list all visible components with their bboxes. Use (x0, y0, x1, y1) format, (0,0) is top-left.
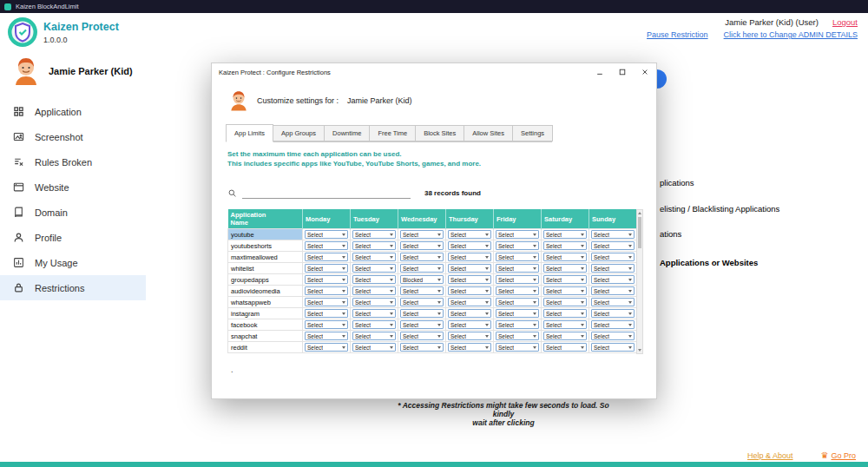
day-limit-select[interactable]: Select (352, 343, 396, 352)
day-limit-select[interactable]: Select (352, 275, 396, 284)
day-limit-select[interactable]: Select (400, 230, 444, 239)
day-limit-select[interactable]: Select (448, 286, 491, 295)
search-input[interactable] (242, 187, 411, 199)
day-limit-select[interactable]: Select (305, 275, 348, 284)
day-limit-select[interactable]: Select (496, 253, 539, 261)
day-limit-select[interactable]: Select (352, 309, 396, 318)
app-name-cell[interactable]: whitelist (228, 263, 303, 274)
day-limit-select[interactable]: Select (352, 264, 396, 273)
day-limit-select[interactable]: Select (400, 264, 444, 273)
tab-app-limits[interactable]: App Limits (226, 124, 273, 142)
day-limit-select[interactable]: Select (591, 275, 635, 284)
day-limit-select[interactable]: Select (400, 286, 444, 295)
pause-restriction-link[interactable]: Pause Restriction (647, 30, 708, 39)
day-limit-select[interactable]: Select (543, 264, 587, 273)
day-limit-select[interactable]: Select (400, 253, 444, 261)
day-limit-select[interactable]: Select (305, 332, 348, 340)
go-pro-link[interactable]: Go Pro (831, 451, 856, 460)
minimize-button[interactable] (589, 64, 611, 80)
day-limit-select[interactable]: Select (352, 286, 396, 295)
day-limit-select[interactable]: Select (496, 332, 539, 340)
day-limit-select[interactable]: Select (591, 320, 635, 329)
app-name-cell[interactable]: audiovideomedia (228, 286, 303, 297)
day-limit-select[interactable]: Select (496, 286, 539, 295)
day-limit-select[interactable]: Select (400, 320, 444, 329)
day-limit-select[interactable]: Select (448, 264, 491, 273)
day-limit-select[interactable]: Select (496, 309, 539, 318)
day-limit-select[interactable]: Select (400, 343, 444, 352)
day-limit-select[interactable]: Select (543, 309, 587, 318)
day-limit-select[interactable]: Select (591, 343, 635, 352)
maximize-button[interactable] (611, 64, 634, 80)
day-limit-select[interactable]: Select (400, 241, 444, 250)
app-name-cell[interactable]: snapchat (228, 331, 303, 342)
day-limit-select[interactable]: Select (305, 241, 348, 250)
day-limit-select[interactable]: Select (352, 320, 396, 329)
tab-app-groups[interactable]: App Groups (273, 125, 325, 141)
tab-settings[interactable]: Settings (512, 125, 553, 141)
tab-block-sites[interactable]: Block Sites (415, 125, 464, 141)
day-limit-select[interactable]: Select (591, 298, 635, 306)
day-limit-select[interactable]: Select (305, 343, 348, 352)
day-limit-select[interactable]: Select (591, 309, 635, 318)
day-limit-select[interactable]: Select (448, 230, 491, 239)
day-limit-select[interactable]: Select (543, 241, 587, 250)
day-limit-select[interactable]: Select (496, 241, 539, 250)
day-limit-select[interactable]: Select (400, 298, 444, 306)
day-limit-select[interactable]: Select (352, 241, 396, 250)
day-limit-select[interactable]: Select (305, 320, 348, 329)
day-limit-select[interactable]: Select (448, 275, 491, 284)
app-name-cell[interactable]: facebook (228, 319, 303, 331)
day-limit-select[interactable]: Select (496, 230, 539, 239)
app-name-cell[interactable]: youtube (228, 229, 303, 240)
day-limit-select[interactable]: Select (400, 332, 444, 340)
day-limit-select[interactable]: Select (305, 264, 348, 273)
day-limit-select[interactable]: Select (543, 343, 587, 352)
day-limit-select[interactable]: Select (591, 332, 635, 340)
logout-link[interactable]: Logout (832, 17, 858, 27)
app-name-cell[interactable]: instagram (228, 308, 303, 319)
sidebar-item-restrictions[interactable]: Restrictions (0, 275, 146, 300)
day-limit-select[interactable]: Select (543, 230, 587, 239)
day-limit-select[interactable]: Select (543, 298, 587, 306)
day-limit-select[interactable]: Select (496, 320, 539, 329)
day-limit-select[interactable]: Select (591, 264, 635, 273)
day-limit-select[interactable]: Select (448, 253, 491, 261)
day-limit-select[interactable]: Blocked (400, 275, 444, 284)
day-limit-select[interactable]: Select (352, 298, 396, 306)
day-limit-select[interactable]: Select (305, 298, 348, 306)
app-name-cell[interactable]: groupedapps (228, 274, 303, 286)
day-limit-select[interactable]: Select (448, 332, 491, 340)
tab-free-time[interactable]: Free Time (369, 125, 416, 141)
app-name-cell[interactable]: reddit (228, 342, 303, 353)
day-limit-select[interactable]: Select (543, 275, 587, 284)
day-limit-select[interactable]: Select (591, 253, 635, 261)
day-limit-select[interactable]: Select (400, 309, 444, 318)
day-limit-select[interactable]: Select (496, 275, 539, 284)
day-limit-select[interactable]: Select (496, 264, 539, 273)
day-limit-select[interactable]: Select (305, 230, 348, 239)
day-limit-select[interactable]: Select (496, 343, 539, 352)
app-name-cell[interactable]: youtubeshorts (228, 240, 303, 252)
day-limit-select[interactable]: Select (448, 343, 491, 352)
day-limit-select[interactable]: Select (543, 253, 587, 261)
app-name-cell[interactable]: whatsappweb (228, 297, 303, 308)
day-limit-select[interactable]: Select (305, 309, 348, 318)
day-limit-select[interactable]: Select (543, 320, 587, 329)
day-limit-select[interactable]: Select (591, 230, 635, 239)
sidebar-item-profile[interactable]: Profile (0, 225, 146, 250)
sidebar-item-application[interactable]: Application (0, 99, 146, 124)
sidebar-item-rules-broken[interactable]: Rules Broken (0, 149, 146, 174)
day-limit-select[interactable]: Select (448, 309, 491, 318)
day-limit-select[interactable]: Select (305, 253, 348, 261)
tab-allow-sites[interactable]: Allow Sites (464, 125, 513, 141)
sidebar-item-domain[interactable]: Domain (0, 200, 146, 225)
day-limit-select[interactable]: Select (543, 332, 587, 340)
change-admin-link[interactable]: Click here to Change ADMIN DETAILS (724, 30, 858, 39)
day-limit-select[interactable]: Select (496, 298, 539, 306)
day-limit-select[interactable]: Select (352, 230, 396, 239)
day-limit-select[interactable]: Select (591, 241, 635, 250)
sidebar-item-screenshot[interactable]: Screenshot (0, 124, 146, 149)
close-button[interactable] (634, 64, 656, 80)
tab-downtime[interactable]: Downtime (324, 125, 370, 141)
